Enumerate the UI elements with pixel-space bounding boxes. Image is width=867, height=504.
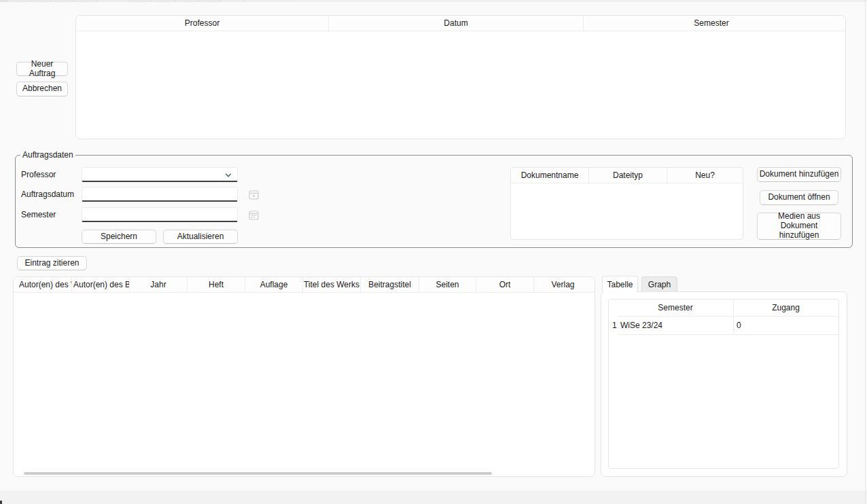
orders-col-professor[interactable]: Professor: [76, 16, 329, 31]
add-document-button-label: Dokument hinzufügen: [760, 170, 839, 179]
window-right-edge: [865, 0, 866, 504]
semester-field[interactable]: [82, 207, 238, 222]
screen-corner-artifact: [0, 501, 2, 504]
semester-calendar-icon[interactable]: [248, 209, 259, 220]
order-date-calendar-icon[interactable]: [248, 189, 259, 200]
documents-table-body[interactable]: [511, 183, 743, 240]
new-order-button[interactable]: Neuer Auftrag: [16, 62, 68, 76]
order-date-label: Auftragsdatum: [21, 187, 74, 202]
summary-col-semester[interactable]: Semester: [618, 300, 733, 316]
open-document-button[interactable]: Dokument öffnen: [760, 190, 838, 205]
documents-col-filetype[interactable]: Dateityp: [589, 168, 667, 183]
professor-combobox[interactable]: [82, 167, 238, 182]
entries-table-header: Autor(en) des W Autor(en) des B Jahr Hef…: [14, 277, 595, 293]
entries-table: Autor(en) des W Autor(en) des B Jahr Hef…: [13, 276, 595, 477]
window-top-edge: [0, 0, 867, 2]
professor-combobox-input[interactable]: [82, 168, 237, 181]
order-date-field[interactable]: [82, 187, 238, 202]
documents-col-new[interactable]: Neu?: [667, 168, 743, 183]
save-button-label: Speichern: [101, 232, 137, 242]
order-data-group-title: Auftragsdaten: [20, 150, 75, 160]
window-bottom-strip: [0, 490, 867, 504]
cancel-button[interactable]: Abbrechen: [16, 82, 68, 96]
documents-table: Dokumentname Dateityp Neu?: [510, 167, 743, 240]
add-document-button[interactable]: Dokument hinzufügen: [757, 167, 841, 182]
tab-graph-label: Graph: [648, 280, 671, 289]
orders-table-header: Professor Datum Semester: [76, 16, 845, 31]
professor-label: Professor: [21, 167, 56, 182]
entries-col-work-title[interactable]: Titel des Werks: [303, 277, 361, 293]
add-media-from-document-button[interactable]: Medien aus Dokument hinzufügen: [757, 213, 841, 240]
entries-col-edition[interactable]: Auflage: [245, 277, 303, 293]
semester-label: Semester: [21, 207, 56, 222]
cancel-button-label: Abbrechen: [22, 84, 62, 94]
entries-table-body[interactable]: [14, 293, 595, 471]
tab-tabelle-label: Tabelle: [607, 280, 633, 289]
summary-row-zugang: 0: [737, 317, 741, 334]
entries-col-issue[interactable]: Heft: [188, 277, 245, 293]
entries-col-author-work[interactable]: Autor(en) des W: [18, 277, 72, 293]
entries-horizontal-scrollbar[interactable]: [24, 472, 492, 475]
order-date-input[interactable]: [82, 187, 237, 200]
cite-entry-button-label: Eintrag zitieren: [24, 259, 79, 268]
orders-col-datum[interactable]: Datum: [329, 16, 584, 31]
entries-col-author-contribution[interactable]: Autor(en) des B: [72, 277, 130, 293]
summary-row-semester: WiSe 23/24: [620, 317, 662, 334]
order-data-groupbox: Auftragsdaten Professor Auftragsdatum Se…: [15, 155, 853, 248]
orders-table: Professor Datum Semester: [75, 15, 846, 139]
tab-graph[interactable]: Graph: [641, 276, 677, 292]
cite-entry-button[interactable]: Eintrag zitieren: [17, 256, 87, 270]
summary-table: Semester Zugang 1 WiSe 23/24 0: [608, 299, 839, 469]
chevron-down-icon[interactable]: [224, 171, 232, 181]
refresh-button[interactable]: Aktualisieren: [163, 230, 238, 244]
summary-col-zugang[interactable]: Zugang: [733, 300, 838, 316]
entries-col-pages[interactable]: Seiten: [419, 277, 476, 293]
entries-col-contribution-title[interactable]: Beitragstitel: [361, 277, 419, 293]
refresh-button-label: Aktualisieren: [177, 232, 224, 242]
summary-row-index: 1: [612, 317, 617, 334]
summary-table-row[interactable]: 1 WiSe 23/24 0: [609, 317, 838, 334]
open-document-button-label: Dokument öffnen: [768, 193, 830, 202]
add-media-from-document-button-label: Medien aus Dokument hinzufügen: [760, 212, 838, 240]
save-button[interactable]: Speichern: [82, 230, 156, 244]
documents-col-name[interactable]: Dokumentname: [511, 168, 589, 183]
documents-table-header: Dokumentname Dateityp Neu?: [511, 168, 743, 183]
entries-col-place[interactable]: Ort: [476, 277, 534, 293]
orders-col-semester[interactable]: Semester: [584, 16, 839, 31]
entries-col-publisher[interactable]: Verlag: [534, 277, 592, 293]
tab-tabelle[interactable]: Tabelle: [602, 276, 638, 292]
semester-input[interactable]: [82, 208, 237, 221]
summary-panel: Semester Zugang 1 WiSe 23/24 0: [601, 291, 847, 477]
entries-col-year[interactable]: Jahr: [130, 277, 188, 293]
new-order-button-label: Neuer Auftrag: [17, 60, 67, 79]
orders-table-body[interactable]: [76, 31, 845, 139]
